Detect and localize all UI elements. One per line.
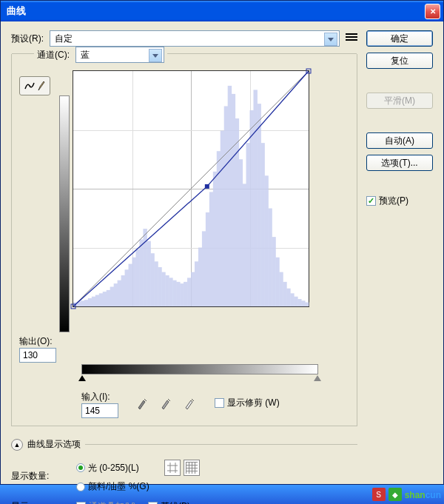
channel-value: 蓝: [81, 49, 90, 61]
curves-dialog: 曲线 ✕ 预设(R): 自定 通道(C): 蓝: [0, 0, 444, 485]
grid-coarse-button[interactable]: [164, 460, 181, 476]
pigment-label: 颜料/油墨 %(G): [88, 480, 149, 493]
channel-overlay-label: 通道叠加(V): [89, 500, 136, 504]
gray-eyedropper[interactable]: [157, 394, 176, 412]
output-label: 输出(O):: [19, 335, 70, 348]
curve-lines: [73, 71, 309, 306]
svg-rect-65: [205, 184, 209, 189]
show-label: 显示:: [11, 500, 70, 504]
grid-fine-button[interactable]: [184, 460, 200, 476]
curve-graph[interactable]: [73, 70, 309, 307]
preset-combo[interactable]: 自定: [50, 30, 340, 47]
tray-icon-shield[interactable]: ◆: [388, 488, 402, 501]
white-eyedropper[interactable]: [181, 394, 200, 412]
dialog-title: 曲线: [7, 4, 26, 18]
light-label: 光 (0-255)(L): [88, 462, 139, 474]
preset-menu-icon[interactable]: [346, 33, 357, 44]
reset-button[interactable]: 复位: [366, 53, 433, 69]
output-input[interactable]: [19, 348, 56, 363]
preset-value: 自定: [55, 33, 73, 45]
ok-button[interactable]: 确定: [366, 30, 433, 47]
auto-button[interactable]: 自动(A): [366, 132, 433, 149]
show-amount-label: 显示数量:: [11, 470, 70, 483]
smooth-button: 平滑(M): [366, 93, 433, 109]
output-gradient: [59, 95, 70, 332]
preview-checkbox[interactable]: [366, 196, 376, 206]
options-button[interactable]: 选项(T)...: [366, 155, 433, 171]
curve-icon: [24, 81, 35, 91]
svg-line-64: [73, 71, 309, 306]
display-options-label: 曲线显示选项: [27, 438, 81, 451]
input-label: 输入(I):: [81, 391, 118, 403]
white-point-slider[interactable]: [314, 375, 321, 381]
input-input[interactable]: [81, 403, 118, 418]
pencil-icon: [38, 81, 45, 91]
pigment-radio[interactable]: [76, 483, 85, 491]
black-eyedropper[interactable]: [133, 394, 152, 412]
close-button[interactable]: ✕: [425, 4, 440, 19]
light-radio[interactable]: [76, 463, 85, 472]
show-clipping-checkbox[interactable]: [215, 398, 224, 408]
channel-combo[interactable]: 蓝: [75, 47, 164, 63]
titlebar[interactable]: 曲线 ✕: [1, 1, 443, 21]
channel-label: 通道(C):: [37, 49, 70, 61]
baseline-label: 基线(B): [161, 500, 190, 504]
black-point-slider[interactable]: [78, 375, 86, 381]
watermark: shancun: [405, 488, 441, 501]
preset-label: 预设(R):: [11, 33, 44, 45]
show-clipping-label: 显示修剪 (W): [227, 397, 280, 409]
input-gradient: [81, 364, 318, 374]
divider: [85, 444, 357, 445]
display-options-toggle[interactable]: ▲: [11, 439, 23, 451]
tray-icon-s[interactable]: S: [372, 488, 386, 501]
preview-label: 预览(P): [379, 195, 408, 207]
curve-draw-tools[interactable]: [19, 76, 50, 95]
